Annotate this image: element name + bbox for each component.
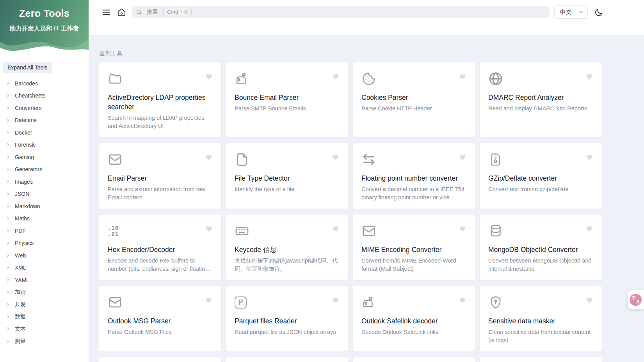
tool-description: Parse and extract information from raw E… bbox=[108, 185, 213, 202]
favorite-button[interactable] bbox=[332, 153, 340, 162]
tool-card-partial[interactable] bbox=[353, 357, 475, 362]
mail-icon bbox=[361, 223, 377, 239]
chevron-right-icon bbox=[5, 179, 11, 185]
favorite-button[interactable] bbox=[459, 225, 466, 234]
sidebar-item-converters[interactable]: Converters bbox=[0, 102, 89, 114]
chevron-right-icon bbox=[5, 92, 11, 99]
zip-file-icon bbox=[488, 152, 504, 167]
tool-card[interactable]: GZip/Deflate converter Convert text from… bbox=[480, 143, 602, 209]
tool-card[interactable]: P Parquet files Reader Read parquet file… bbox=[226, 286, 348, 351]
tool-card[interactable]: Floating point number converter Convert … bbox=[353, 143, 475, 209]
sidebar-item-cheatsheets[interactable]: Cheatsheets bbox=[0, 90, 89, 102]
language-selector[interactable]: 中文 bbox=[554, 5, 588, 19]
sidebar-item-yaml[interactable]: YAML bbox=[0, 274, 89, 286]
sidebar-item-数据[interactable]: 数据 bbox=[0, 311, 89, 323]
sidebar-item-barcodes[interactable]: Barcodes bbox=[0, 77, 89, 90]
expand-all-tools-button[interactable]: Expand All Tools bbox=[3, 62, 52, 73]
chevron-right-icon bbox=[5, 338, 11, 344]
tool-card[interactable]: Outlook MSG Parser Parse Outlook MSG Fil… bbox=[99, 286, 221, 351]
chevron-down-icon bbox=[578, 9, 584, 15]
tool-card[interactable]: Email Parser Parse and extract informati… bbox=[99, 143, 221, 209]
sidebar-item-xml[interactable]: XML bbox=[0, 262, 89, 274]
favorite-button[interactable] bbox=[332, 225, 340, 234]
sidebar-item-physics[interactable]: Physics bbox=[0, 237, 89, 250]
tool-title: Hex Encoder/Decoder bbox=[108, 245, 213, 254]
sidebar-item-测量[interactable]: 测量 bbox=[0, 335, 89, 348]
sidebar-item-generators[interactable]: Generators bbox=[0, 163, 89, 176]
sidebar-item-markdown[interactable]: Markdown bbox=[0, 200, 89, 213]
sidebar-item-datetime[interactable]: Datetime bbox=[0, 114, 89, 127]
sidebar-item-forensic[interactable]: Forensic bbox=[0, 139, 89, 151]
tool-card[interactable]: MIME Encoding Converter Convert from/to … bbox=[353, 215, 475, 280]
tool-title: Keycode 信息 bbox=[235, 245, 340, 254]
menu-toggle-button[interactable] bbox=[100, 6, 112, 18]
home-button[interactable] bbox=[116, 6, 127, 18]
favorite-button[interactable] bbox=[205, 73, 213, 82]
tool-description: Read parquet file as JSON object arrays bbox=[235, 328, 340, 336]
chevron-right-icon bbox=[5, 166, 11, 172]
sidebar-item-pdf[interactable]: PDF bbox=[0, 225, 89, 237]
favorite-button[interactable] bbox=[585, 73, 593, 82]
tool-card[interactable]: Bounce Email Parser Parse SMTP Bounce Em… bbox=[226, 62, 348, 137]
translate-button[interactable]: 中 A bbox=[630, 294, 642, 306]
tool-title: Outlook MSG Parser bbox=[108, 316, 213, 326]
tool-card[interactable]: Outlook Safelink decoder Decode Outlook … bbox=[353, 286, 475, 351]
tool-card-partial[interactable] bbox=[226, 357, 348, 362]
tool-title: Bounce Email Parser bbox=[235, 93, 340, 102]
tool-card-partial[interactable] bbox=[480, 357, 602, 362]
heart-icon bbox=[332, 296, 340, 304]
sidebar-list: Barcodes Cheatsheets Converters Datetime… bbox=[0, 77, 89, 348]
heart-icon bbox=[585, 73, 593, 80]
sidebar-item-json[interactable]: JSON bbox=[0, 188, 89, 201]
dark-mode-toggle[interactable] bbox=[593, 6, 605, 18]
favorite-button[interactable] bbox=[459, 296, 466, 305]
sidebar-item-gaming[interactable]: Gaming bbox=[0, 151, 89, 163]
favorite-button[interactable] bbox=[332, 296, 340, 305]
tool-card[interactable]: ActiveDirectory LDAP properties searcher… bbox=[99, 62, 221, 137]
tool-title: Email Parser bbox=[108, 174, 213, 183]
favorite-button[interactable] bbox=[205, 225, 213, 234]
tool-title: ActiveDirectory LDAP properties searcher bbox=[108, 93, 213, 112]
chevron-right-icon bbox=[5, 302, 11, 308]
tool-card[interactable]: DMARC Report Analyzer Read and display D… bbox=[480, 62, 602, 137]
tool-card[interactable]: .10.01 Hex Encoder/Decoder Encode and de… bbox=[99, 215, 221, 280]
sidebar-item-web[interactable]: Web bbox=[0, 249, 89, 262]
favorite-button[interactable] bbox=[585, 296, 593, 305]
heart-icon bbox=[585, 296, 593, 304]
tool-card[interactable]: Keycode 信息 查找任何按下的键的javascript键代码、代码、位置和… bbox=[226, 215, 348, 280]
sidebar-item-maths[interactable]: Maths bbox=[0, 213, 89, 225]
favorite-button[interactable] bbox=[205, 296, 213, 305]
tool-description: Parse Outlook MSG Files bbox=[108, 328, 213, 336]
tool-card[interactable]: MongoDB ObjectId Converter Convert betwe… bbox=[480, 215, 602, 280]
search-placeholder: 搜索 bbox=[147, 9, 158, 16]
sidebar-item-label: Converters bbox=[15, 105, 41, 111]
favorite-button[interactable] bbox=[585, 225, 593, 234]
search-input[interactable]: 搜索 Cmd + K bbox=[132, 6, 550, 18]
tool-card[interactable]: File Type Detector Identify the type of … bbox=[226, 143, 348, 209]
favorite-button[interactable] bbox=[459, 153, 466, 162]
tool-card-partial[interactable] bbox=[99, 357, 221, 362]
favorite-button[interactable] bbox=[332, 73, 340, 82]
sidebar-item-文本[interactable]: 文本 bbox=[0, 323, 89, 335]
sidebar-item-label: Docker bbox=[15, 130, 32, 136]
tool-title: File Type Detector bbox=[235, 174, 340, 183]
binary-icon: .10.01 bbox=[108, 223, 123, 239]
favorite-button[interactable] bbox=[585, 153, 593, 162]
swap-arrows-icon bbox=[361, 152, 377, 167]
tool-title: Floating point number converter bbox=[361, 174, 466, 183]
sidebar-item-加密[interactable]: 加密 bbox=[0, 286, 89, 299]
tool-title: Sensitive data masker bbox=[488, 316, 593, 326]
chevron-right-icon bbox=[5, 80, 11, 87]
favorite-button[interactable] bbox=[205, 153, 213, 162]
sidebar-item-images[interactable]: Images bbox=[0, 176, 89, 188]
translate-a-glyph: A bbox=[636, 299, 640, 305]
mail-icon bbox=[108, 295, 123, 310]
favorite-button[interactable] bbox=[459, 73, 466, 82]
sidebar-item-开发[interactable]: 开发 bbox=[0, 298, 89, 311]
tool-card[interactable]: Cookies Parser Parse Cookie HTTP Header bbox=[353, 62, 475, 137]
tool-description: Decode Outlook SafeLink links bbox=[361, 328, 466, 336]
sidebar-item-label: 测量 bbox=[15, 338, 26, 345]
hamburger-icon bbox=[102, 8, 111, 17]
sidebar-item-docker[interactable]: Docker bbox=[0, 126, 89, 139]
tool-card[interactable]: Sensitive data masker Clean sensitive da… bbox=[480, 286, 602, 351]
